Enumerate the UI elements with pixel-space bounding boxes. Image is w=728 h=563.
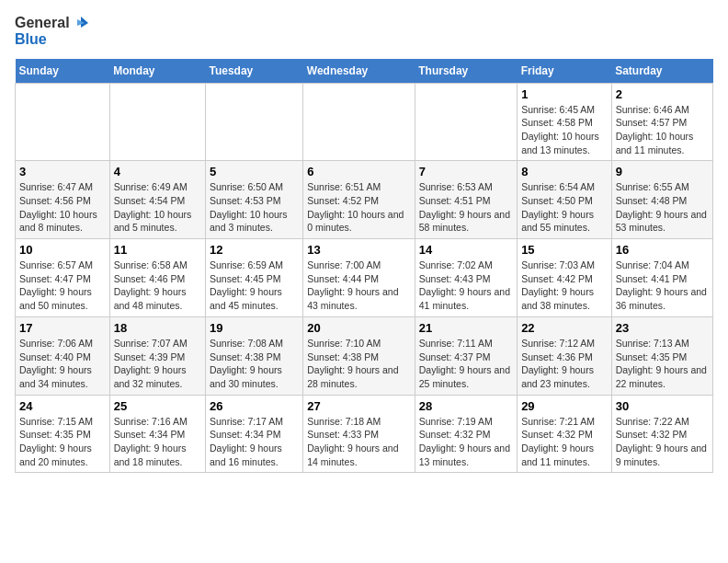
day-info: Sunrise: 6:45 AM Sunset: 4:58 PM Dayligh… bbox=[521, 103, 608, 157]
calendar-cell: 20Sunrise: 7:10 AM Sunset: 4:38 PM Dayli… bbox=[303, 316, 415, 395]
calendar-cell: 4Sunrise: 6:49 AM Sunset: 4:54 PM Daylig… bbox=[109, 161, 205, 239]
column-header-sunday: Sunday bbox=[16, 59, 110, 84]
day-info: Sunrise: 7:15 AM Sunset: 4:35 PM Dayligh… bbox=[19, 415, 106, 469]
logo-text-blue: Blue bbox=[15, 31, 88, 48]
day-number: 17 bbox=[19, 321, 106, 335]
calendar-cell: 30Sunrise: 7:22 AM Sunset: 4:32 PM Dayli… bbox=[611, 395, 712, 473]
day-number: 25 bbox=[114, 399, 201, 413]
day-info: Sunrise: 6:59 AM Sunset: 4:45 PM Dayligh… bbox=[210, 259, 299, 313]
calendar-cell bbox=[16, 83, 110, 161]
day-info: Sunrise: 7:08 AM Sunset: 4:38 PM Dayligh… bbox=[210, 337, 299, 391]
day-info: Sunrise: 6:53 AM Sunset: 4:51 PM Dayligh… bbox=[419, 180, 513, 235]
calendar-header-row: SundayMondayTuesdayWednesdayThursdayFrid… bbox=[16, 59, 713, 84]
day-number: 6 bbox=[307, 165, 411, 178]
day-number: 28 bbox=[419, 399, 513, 413]
calendar-cell: 26Sunrise: 7:17 AM Sunset: 4:34 PM Dayli… bbox=[205, 395, 302, 473]
day-info: Sunrise: 6:55 AM Sunset: 4:48 PM Dayligh… bbox=[616, 180, 709, 235]
calendar-cell: 19Sunrise: 7:08 AM Sunset: 4:38 PM Dayli… bbox=[205, 316, 302, 395]
logo-bird-icon bbox=[72, 15, 88, 31]
day-info: Sunrise: 6:51 AM Sunset: 4:52 PM Dayligh… bbox=[307, 180, 411, 235]
day-info: Sunrise: 7:04 AM Sunset: 4:41 PM Dayligh… bbox=[616, 259, 709, 313]
day-number: 26 bbox=[210, 399, 299, 413]
calendar-cell: 5Sunrise: 6:50 AM Sunset: 4:53 PM Daylig… bbox=[205, 161, 302, 239]
calendar-cell: 8Sunrise: 6:54 AM Sunset: 4:50 PM Daylig… bbox=[518, 161, 612, 239]
day-number: 12 bbox=[210, 243, 299, 257]
calendar-cell: 10Sunrise: 6:57 AM Sunset: 4:47 PM Dayli… bbox=[16, 239, 110, 317]
logo: General Blue bbox=[15, 15, 88, 48]
calendar-cell: 2Sunrise: 6:46 AM Sunset: 4:57 PM Daylig… bbox=[611, 83, 712, 161]
day-info: Sunrise: 7:07 AM Sunset: 4:39 PM Dayligh… bbox=[114, 337, 201, 391]
day-info: Sunrise: 7:13 AM Sunset: 4:35 PM Dayligh… bbox=[616, 337, 709, 391]
calendar-cell: 27Sunrise: 7:18 AM Sunset: 4:33 PM Dayli… bbox=[303, 395, 415, 473]
calendar-cell bbox=[303, 83, 415, 161]
day-info: Sunrise: 6:49 AM Sunset: 4:54 PM Dayligh… bbox=[114, 180, 201, 235]
calendar-cell: 15Sunrise: 7:03 AM Sunset: 4:42 PM Dayli… bbox=[518, 239, 612, 317]
logo-text-general: General bbox=[15, 15, 70, 31]
day-info: Sunrise: 7:16 AM Sunset: 4:34 PM Dayligh… bbox=[114, 415, 201, 469]
day-info: Sunrise: 7:12 AM Sunset: 4:36 PM Dayligh… bbox=[521, 337, 608, 391]
calendar-cell: 7Sunrise: 6:53 AM Sunset: 4:51 PM Daylig… bbox=[415, 161, 517, 239]
column-header-saturday: Saturday bbox=[611, 59, 712, 84]
column-header-tuesday: Tuesday bbox=[205, 59, 302, 84]
day-number: 1 bbox=[521, 87, 608, 101]
day-info: Sunrise: 7:19 AM Sunset: 4:32 PM Dayligh… bbox=[419, 415, 513, 469]
day-number: 27 bbox=[307, 399, 411, 413]
day-info: Sunrise: 6:46 AM Sunset: 4:57 PM Dayligh… bbox=[616, 103, 709, 157]
calendar-week-row: 10Sunrise: 6:57 AM Sunset: 4:47 PM Dayli… bbox=[16, 239, 713, 317]
day-number: 11 bbox=[114, 243, 201, 257]
day-info: Sunrise: 7:10 AM Sunset: 4:38 PM Dayligh… bbox=[307, 337, 411, 391]
header: General Blue bbox=[15, 15, 713, 48]
day-info: Sunrise: 7:18 AM Sunset: 4:33 PM Dayligh… bbox=[307, 415, 411, 469]
calendar-cell bbox=[109, 83, 205, 161]
calendar-cell: 12Sunrise: 6:59 AM Sunset: 4:45 PM Dayli… bbox=[205, 239, 302, 317]
calendar-cell: 22Sunrise: 7:12 AM Sunset: 4:36 PM Dayli… bbox=[518, 316, 612, 395]
day-number: 3 bbox=[19, 165, 106, 178]
calendar-cell: 9Sunrise: 6:55 AM Sunset: 4:48 PM Daylig… bbox=[611, 161, 712, 239]
day-number: 10 bbox=[19, 243, 106, 257]
day-number: 13 bbox=[307, 243, 411, 257]
calendar-cell: 29Sunrise: 7:21 AM Sunset: 4:32 PM Dayli… bbox=[518, 395, 612, 473]
day-number: 18 bbox=[114, 321, 201, 335]
day-info: Sunrise: 7:06 AM Sunset: 4:40 PM Dayligh… bbox=[19, 337, 106, 391]
column-header-wednesday: Wednesday bbox=[303, 59, 415, 84]
calendar-week-row: 17Sunrise: 7:06 AM Sunset: 4:40 PM Dayli… bbox=[16, 316, 713, 395]
day-number: 29 bbox=[521, 399, 608, 413]
day-number: 2 bbox=[616, 87, 709, 101]
day-number: 16 bbox=[616, 243, 709, 257]
day-number: 24 bbox=[19, 399, 106, 413]
day-info: Sunrise: 7:02 AM Sunset: 4:43 PM Dayligh… bbox=[419, 259, 513, 313]
calendar-cell: 16Sunrise: 7:04 AM Sunset: 4:41 PM Dayli… bbox=[611, 239, 712, 317]
day-info: Sunrise: 6:58 AM Sunset: 4:46 PM Dayligh… bbox=[114, 259, 201, 313]
calendar-table: SundayMondayTuesdayWednesdayThursdayFrid… bbox=[15, 59, 713, 474]
day-info: Sunrise: 6:54 AM Sunset: 4:50 PM Dayligh… bbox=[521, 180, 608, 235]
calendar-cell: 21Sunrise: 7:11 AM Sunset: 4:37 PM Dayli… bbox=[415, 316, 517, 395]
day-info: Sunrise: 6:57 AM Sunset: 4:47 PM Dayligh… bbox=[19, 259, 106, 313]
day-info: Sunrise: 6:47 AM Sunset: 4:56 PM Dayligh… bbox=[19, 180, 106, 235]
calendar-cell: 24Sunrise: 7:15 AM Sunset: 4:35 PM Dayli… bbox=[16, 395, 110, 473]
calendar-cell: 18Sunrise: 7:07 AM Sunset: 4:39 PM Dayli… bbox=[109, 316, 205, 395]
calendar-week-row: 1Sunrise: 6:45 AM Sunset: 4:58 PM Daylig… bbox=[16, 83, 713, 161]
column-header-thursday: Thursday bbox=[415, 59, 517, 84]
column-header-friday: Friday bbox=[518, 59, 612, 84]
day-number: 8 bbox=[521, 165, 608, 178]
calendar-week-row: 24Sunrise: 7:15 AM Sunset: 4:35 PM Dayli… bbox=[16, 395, 713, 473]
calendar-cell: 6Sunrise: 6:51 AM Sunset: 4:52 PM Daylig… bbox=[303, 161, 415, 239]
day-number: 22 bbox=[521, 321, 608, 335]
calendar-cell: 1Sunrise: 6:45 AM Sunset: 4:58 PM Daylig… bbox=[518, 83, 612, 161]
day-number: 7 bbox=[419, 165, 513, 178]
day-number: 21 bbox=[419, 321, 513, 335]
day-number: 30 bbox=[616, 399, 709, 413]
day-number: 20 bbox=[307, 321, 411, 335]
day-number: 14 bbox=[419, 243, 513, 257]
day-number: 4 bbox=[114, 165, 201, 178]
calendar-cell: 13Sunrise: 7:00 AM Sunset: 4:44 PM Dayli… bbox=[303, 239, 415, 317]
day-number: 19 bbox=[210, 321, 299, 335]
column-header-monday: Monday bbox=[109, 59, 205, 84]
day-info: Sunrise: 7:17 AM Sunset: 4:34 PM Dayligh… bbox=[210, 415, 299, 469]
day-info: Sunrise: 7:22 AM Sunset: 4:32 PM Dayligh… bbox=[616, 415, 709, 469]
day-info: Sunrise: 7:00 AM Sunset: 4:44 PM Dayligh… bbox=[307, 259, 411, 313]
calendar-cell: 25Sunrise: 7:16 AM Sunset: 4:34 PM Dayli… bbox=[109, 395, 205, 473]
day-number: 23 bbox=[616, 321, 709, 335]
calendar-cell: 11Sunrise: 6:58 AM Sunset: 4:46 PM Dayli… bbox=[109, 239, 205, 317]
day-number: 5 bbox=[210, 165, 299, 178]
